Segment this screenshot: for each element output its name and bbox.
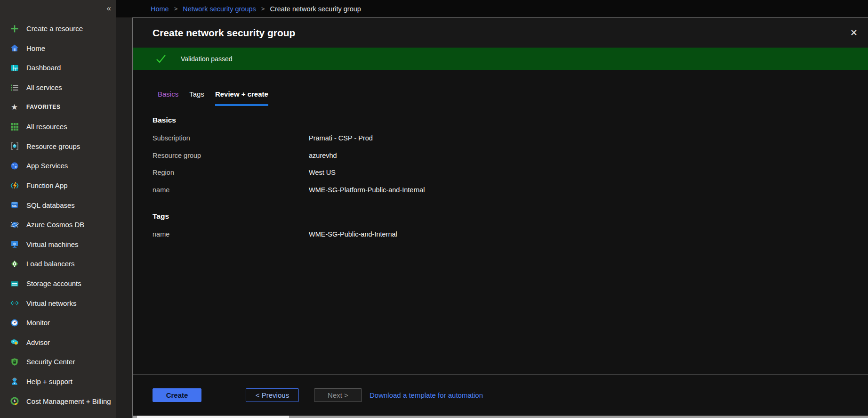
main-area: Home > Network security groups > Create … (116, 0, 868, 418)
sidebar-item-advisor[interactable]: Advisor (0, 333, 116, 352)
sidebar-item-resource-groups[interactable]: Resource groups (0, 137, 116, 156)
sidebar: « Create a resource Home Dashboard (0, 0, 116, 418)
row-label: Region (153, 169, 309, 176)
download-template-link[interactable]: Download a template for automation (370, 391, 483, 399)
breadcrumb: Home > Network security groups > Create … (116, 0, 868, 17)
tags-rows: name WME-SG-Public-and-Internal (153, 226, 868, 243)
all-resources-grid-icon (10, 122, 19, 131)
sidebar-item-home[interactable]: Home (0, 39, 116, 58)
sidebar-item-label: Security Center (26, 358, 75, 366)
function-app-icon (10, 181, 19, 190)
sidebar-item-label: Azure Cosmos DB (26, 221, 84, 229)
row-label: Subscription (153, 134, 309, 142)
row-value: WME-SG-Public-and-Internal (309, 230, 397, 238)
svg-text:$: $ (14, 399, 16, 403)
check-icon (155, 53, 167, 65)
sidebar-item-label: Monitor (26, 319, 50, 327)
sidebar-item-label: Function App (26, 181, 68, 189)
virtual-machines-icon (10, 239, 19, 249)
sidebar-item-app-services[interactable]: App Services (0, 156, 116, 176)
row-label: Resource group (153, 152, 309, 159)
wizard-tabs: Basics Tags Review + create (158, 90, 868, 106)
sidebar-item-storage-accounts[interactable]: Storage accounts (0, 274, 116, 294)
sidebar-item-label: Virtual networks (26, 299, 76, 307)
sidebar-section-favorites: ★ FAVORITES (0, 97, 116, 117)
create-button[interactable]: Create (153, 388, 201, 402)
chevron-right-icon: > (261, 5, 265, 12)
security-center-icon (10, 357, 19, 367)
sidebar-item-cost-management-billing[interactable]: $ Cost Management + Billing (0, 391, 116, 411)
close-icon[interactable]: ✕ (846, 25, 861, 40)
load-balancers-icon (10, 259, 19, 269)
cost-management-icon: $ (10, 396, 19, 406)
sidebar-item-azure-cosmos-db[interactable]: Azure Cosmos DB (0, 215, 116, 235)
dashboard-icon (10, 63, 19, 73)
panel-gap-strip (116, 17, 132, 418)
sidebar-item-label: SQL databases (26, 201, 75, 209)
review-row-subscription: Subscription Pramati - CSP - Prod (153, 130, 868, 147)
sidebar-item-security-center[interactable]: Security Center (0, 352, 116, 372)
tab-basics[interactable]: Basics (158, 90, 178, 106)
monitor-icon (10, 318, 19, 328)
validation-banner-text: Validation passed (181, 55, 232, 63)
sidebar-item-monitor[interactable]: Monitor (0, 313, 116, 333)
next-button[interactable]: Next > (314, 388, 362, 402)
review-row-resource-group: Resource group azurevhd (153, 147, 868, 164)
panel-footer: Create < Previous Next > Download a temp… (133, 374, 868, 416)
horizontal-scrollbar[interactable] (133, 416, 868, 418)
sql-databases-icon: SQL (10, 200, 19, 210)
sidebar-item-label: Resource groups (26, 142, 80, 150)
sidebar-item-create-a-resource[interactable]: Create a resource (0, 19, 116, 39)
sidebar-item-label: Advisor (26, 338, 50, 346)
sidebar-item-virtual-machines[interactable]: Virtual machines (0, 235, 116, 254)
basics-rows: Subscription Pramati - CSP - Prod Resour… (153, 130, 868, 198)
chevron-right-icon: > (174, 5, 178, 12)
breadcrumb-nsg-link[interactable]: Network security groups (183, 5, 256, 13)
review-row-name: name WME-SG-Platform-Public-and-Internal (153, 181, 868, 199)
virtual-networks-icon (10, 298, 19, 308)
sidebar-item-label: All services (26, 83, 62, 91)
review-row-region: Region West US (153, 164, 868, 181)
help-support-icon (10, 377, 19, 386)
tab-review-create[interactable]: Review + create (215, 90, 268, 106)
sidebar-item-virtual-networks[interactable]: Virtual networks (0, 293, 116, 313)
create-nsg-panel: Create network security group ✕ Validati… (132, 17, 868, 418)
sidebar-item-help-support[interactable]: Help + support (0, 372, 116, 392)
review-row-tag-name: name WME-SG-Public-and-Internal (153, 226, 868, 243)
breadcrumb-current: Create network security group (270, 5, 361, 13)
section-heading-basics: Basics (153, 116, 868, 124)
previous-button[interactable]: < Previous (246, 388, 299, 402)
panel-body: Basics Tags Review + create Basics Subsc… (133, 70, 868, 374)
star-icon: ★ (10, 102, 19, 112)
sidebar-item-label: App Services (26, 162, 68, 170)
home-icon (10, 43, 19, 53)
sidebar-item-all-resources[interactable]: All resources (0, 117, 116, 137)
resource-groups-icon (10, 141, 19, 151)
breadcrumb-home-link[interactable]: Home (151, 5, 169, 13)
sidebar-item-label: Storage accounts (26, 279, 81, 287)
sidebar-collapse-icon[interactable]: « (107, 4, 111, 13)
row-value: azurevhd (309, 152, 337, 159)
page-title: Create network security group (153, 27, 295, 39)
row-label: name (153, 230, 309, 238)
sidebar-item-load-balancers[interactable]: Load balancers (0, 254, 116, 274)
sidebar-item-all-services[interactable]: All services (0, 78, 116, 98)
sidebar-item-sql-databases[interactable]: SQL SQL databases (0, 195, 116, 215)
tab-tags[interactable]: Tags (189, 90, 204, 106)
sidebar-item-label: Dashboard (26, 64, 61, 72)
sidebar-item-label: All resources (26, 123, 67, 131)
row-value: Pramati - CSP - Prod (309, 134, 373, 142)
sidebar-item-label: Load balancers (26, 260, 75, 268)
sidebar-item-label: Virtual machines (26, 240, 79, 248)
sidebar-item-dashboard[interactable]: Dashboard (0, 58, 116, 78)
validation-banner: Validation passed (133, 48, 868, 70)
sidebar-item-label: Home (26, 44, 45, 52)
svg-text:SQL: SQL (12, 205, 17, 207)
advisor-icon (10, 337, 19, 347)
horizontal-scrollbar-thumb[interactable] (137, 416, 289, 418)
sidebar-item-label: Cost Management + Billing (26, 397, 111, 405)
sidebar-item-label: Create a resource (26, 25, 83, 33)
all-services-icon (10, 83, 19, 92)
sidebar-item-label: Help + support (26, 377, 72, 385)
sidebar-item-function-app[interactable]: Function App (0, 176, 116, 196)
